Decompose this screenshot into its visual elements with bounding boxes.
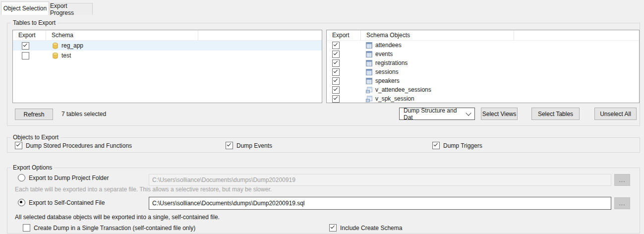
checkbox-label: Dump Stored Procedures and Functions bbox=[26, 142, 132, 149]
table-icon bbox=[365, 50, 373, 58]
group-title: Tables to Export bbox=[11, 19, 58, 26]
schema-list[interactable]: Export Schema reg_apptest bbox=[12, 30, 322, 103]
checkbox-label: Create Dump in a Single Transaction (sel… bbox=[34, 225, 195, 232]
row-checkbox[interactable] bbox=[332, 86, 340, 94]
list-item[interactable]: speakers bbox=[327, 76, 639, 85]
tab-label: Object Selection bbox=[3, 5, 47, 12]
table-icon bbox=[365, 59, 373, 67]
chevron-down-icon bbox=[466, 110, 471, 116]
schema-rows: reg_apptest bbox=[13, 41, 322, 60]
export-project-folder-radio-row[interactable]: Export to Dump Project Folder bbox=[18, 174, 109, 181]
list-item[interactable]: test bbox=[13, 51, 322, 60]
schema-object-rows: attendeeseventsregistrationssessionsspea… bbox=[327, 41, 639, 103]
table-icon bbox=[365, 77, 373, 85]
tab-label: Export Progress bbox=[50, 2, 92, 16]
column-header-empty bbox=[198, 30, 322, 40]
schema-icon bbox=[51, 42, 59, 50]
column-header-schema-objects[interactable]: Schema Objects bbox=[361, 30, 514, 40]
list-item[interactable]: attendees bbox=[327, 41, 639, 50]
checkbox-label: Dump Triggers bbox=[443, 142, 482, 149]
column-header-export[interactable]: Export bbox=[327, 30, 361, 40]
dump-type-dropdown[interactable]: Dump Structure and Dat bbox=[399, 108, 475, 120]
dump-events-checkbox[interactable] bbox=[226, 142, 233, 149]
schema-objects-list-header: Export Schema Objects bbox=[327, 30, 639, 41]
view-icon bbox=[365, 86, 373, 94]
select-tables-button[interactable]: Select Tables bbox=[531, 108, 580, 120]
tab-export-progress[interactable]: Export Progress bbox=[50, 3, 93, 15]
refresh-button[interactable]: Refresh bbox=[15, 109, 53, 120]
row-label: speakers bbox=[375, 77, 400, 84]
select-views-button[interactable]: Select Views bbox=[481, 108, 518, 120]
unselect-all-button[interactable]: Unselect All bbox=[594, 108, 637, 120]
row-label: test bbox=[61, 52, 71, 59]
self-contained-note: All selected database objects will be ex… bbox=[15, 214, 220, 221]
row-label: v_spk_session bbox=[375, 95, 414, 102]
group-title: Objects to Export bbox=[11, 134, 60, 141]
export-self-contained-radio-row[interactable]: Export to Self-Contained File bbox=[18, 199, 105, 206]
group-title: Export Options bbox=[11, 164, 54, 171]
dump-type-value: Dump Structure and Dat bbox=[404, 107, 467, 121]
view-icon bbox=[365, 95, 373, 103]
row-checkbox[interactable] bbox=[22, 52, 29, 59]
export-project-folder-radio[interactable] bbox=[18, 174, 25, 181]
schema-objects-list[interactable]: Export Schema Objects attendeeseventsreg… bbox=[326, 30, 640, 103]
radio-label: Export to Dump Project Folder bbox=[29, 175, 109, 181]
project-folder-note: Each table will be exported into a separ… bbox=[15, 186, 272, 193]
project-folder-browse-button[interactable]: ... bbox=[614, 174, 630, 186]
row-checkbox[interactable] bbox=[332, 59, 340, 67]
list-item[interactable]: registrations bbox=[327, 58, 639, 67]
self-contained-path-input[interactable] bbox=[149, 197, 611, 210]
row-checkbox[interactable] bbox=[332, 68, 340, 76]
checkbox-label: Dump Events bbox=[236, 142, 272, 149]
row-label: attendees bbox=[375, 42, 402, 49]
column-header-empty bbox=[514, 30, 639, 40]
dump-triggers-checkbox-row[interactable]: Dump Triggers bbox=[432, 142, 482, 149]
row-label: events bbox=[375, 51, 393, 58]
dump-procedures-checkbox-row[interactable]: Dump Stored Procedures and Functions bbox=[15, 142, 132, 149]
export-self-contained-radio[interactable] bbox=[18, 199, 25, 206]
list-item[interactable]: v_spk_session bbox=[327, 94, 639, 103]
dump-procedures-checkbox[interactable] bbox=[15, 142, 22, 149]
tab-object-selection[interactable]: Object Selection bbox=[1, 1, 49, 15]
dump-triggers-checkbox[interactable] bbox=[432, 142, 440, 149]
dump-events-checkbox-row[interactable]: Dump Events bbox=[226, 142, 272, 149]
row-label: registrations bbox=[375, 59, 408, 66]
row-label: v_attendee_sessions bbox=[375, 86, 431, 93]
table-icon bbox=[365, 68, 373, 76]
row-checkbox[interactable] bbox=[332, 77, 340, 85]
row-checkbox[interactable] bbox=[332, 42, 340, 49]
radio-label: Export to Self-Contained File bbox=[29, 199, 105, 206]
schema-icon bbox=[51, 52, 59, 59]
row-checkbox[interactable] bbox=[22, 42, 29, 50]
include-create-schema-checkbox-row[interactable]: Include Create Schema bbox=[329, 224, 402, 232]
list-item[interactable]: v_attendee_sessions bbox=[327, 85, 639, 94]
list-item[interactable]: sessions bbox=[327, 67, 639, 76]
single-transaction-checkbox-row[interactable]: Create Dump in a Single Transaction (sel… bbox=[23, 224, 195, 232]
self-contained-browse-button[interactable]: ... bbox=[614, 197, 630, 209]
single-transaction-checkbox[interactable] bbox=[23, 224, 30, 232]
tables-selected-summary: 7 tables selected bbox=[61, 111, 106, 117]
project-folder-path-input[interactable] bbox=[149, 174, 611, 186]
column-header-schema[interactable]: Schema bbox=[46, 30, 198, 40]
row-label: reg_app bbox=[61, 42, 83, 49]
schema-list-header: Export Schema bbox=[13, 30, 322, 41]
row-checkbox[interactable] bbox=[332, 95, 340, 103]
include-create-schema-checkbox[interactable] bbox=[329, 224, 337, 232]
data-export-dialog: Object Selection Export Progress Tables … bbox=[0, 0, 644, 234]
row-label: sessions bbox=[375, 68, 399, 75]
list-item[interactable]: reg_app bbox=[13, 41, 322, 51]
column-header-export[interactable]: Export bbox=[13, 30, 46, 40]
checkbox-label: Include Create Schema bbox=[340, 225, 402, 232]
list-item[interactable]: events bbox=[327, 50, 639, 58]
table-icon bbox=[365, 41, 373, 49]
row-checkbox[interactable] bbox=[332, 51, 340, 58]
